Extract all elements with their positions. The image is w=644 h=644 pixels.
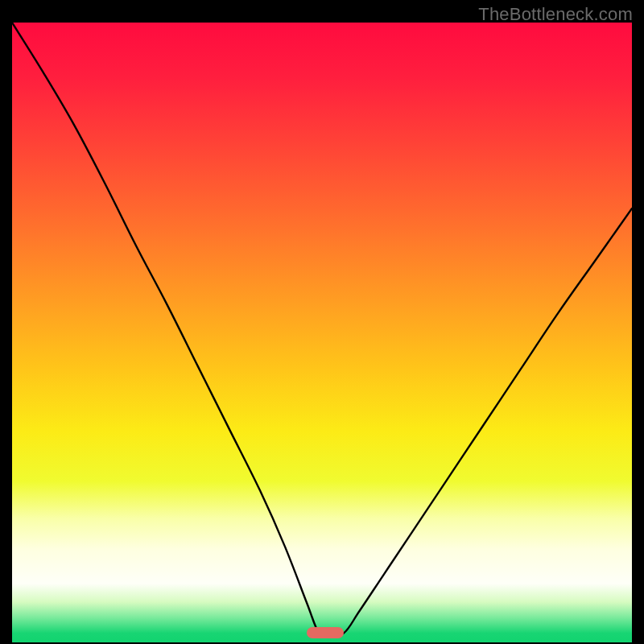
gradient-background bbox=[12, 23, 632, 642]
plot-frame bbox=[12, 23, 632, 642]
plot-svg bbox=[12, 23, 632, 642]
optimal-marker bbox=[307, 627, 344, 638]
